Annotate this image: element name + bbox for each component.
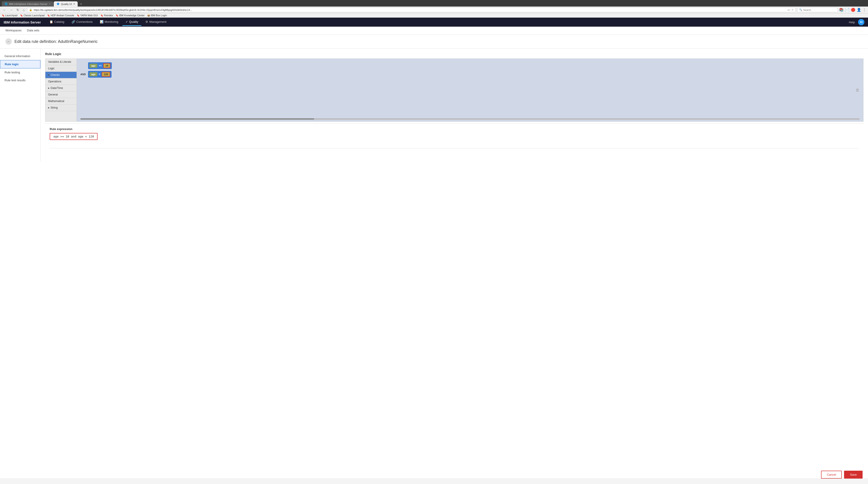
bookmark-yarn[interactable]: 🔖 YARN Web GUI <box>77 14 98 17</box>
monitoring-icon: 📊 <box>100 20 103 24</box>
settings-icon: ⋮ <box>863 8 866 12</box>
bookmark-launchpad[interactable]: 🔖 Launchpad <box>2 14 18 17</box>
page-content: ← Edit data rule definition: AdultInRang… <box>0 35 868 478</box>
sub-nav-workspaces[interactable]: Workspaces <box>5 27 22 34</box>
and-connector-label: AND <box>81 73 86 76</box>
nav-monitoring[interactable]: 📊 Monitoring <box>97 18 122 26</box>
search-bar[interactable]: 🔍 <box>797 7 838 12</box>
profile-icon: 🔴 <box>851 8 855 12</box>
save-button[interactable]: Save <box>844 471 863 478</box>
block2-op: < <box>98 73 101 76</box>
category-operations-label: Operations <box>48 80 61 83</box>
category-logic[interactable]: Logic <box>45 65 76 72</box>
sidebar-item-general[interactable]: General information <box>0 52 40 60</box>
reload-button[interactable]: ↻ <box>16 8 20 12</box>
sidebar-rule-testing-label: Rule testing <box>4 71 20 74</box>
help-link[interactable]: Help <box>849 21 855 24</box>
sub-nav: Workspaces Data sets <box>0 27 868 35</box>
bookmark-reindex-label: Reindex <box>104 14 113 17</box>
connections-label: Connections <box>76 20 93 24</box>
tab2-close[interactable]: ✕ <box>73 3 75 5</box>
tab2-label: Quality UI <box>61 3 72 5</box>
bookmark-hdp[interactable]: 🔖 HDP Ambari Console <box>47 14 74 17</box>
nav-quality[interactable]: ✓ Quality <box>122 18 142 26</box>
canvas-area: age >= 18 AND age < <box>77 59 864 122</box>
category-string[interactable]: ▶ String <box>45 104 76 111</box>
footer-buttons: Cancel Save <box>821 471 863 478</box>
management-label: Management <box>149 20 166 24</box>
block-row-1: age >= 18 <box>81 62 860 69</box>
search-input[interactable] <box>803 8 836 11</box>
bookmark-launchpad-icon: 🔖 <box>2 14 4 17</box>
new-tab-button[interactable]: + <box>78 2 84 6</box>
nav-connections[interactable]: 🔗 Connections <box>68 18 96 26</box>
bookmark-classic-launchpad[interactable]: 🔖 Classic Launchpad <box>20 14 44 17</box>
url-text: https://iis-ugstack.ibm.demo/ibm/iis/qua… <box>34 8 786 11</box>
rule-block-1[interactable]: age >= 18 <box>88 62 112 69</box>
nav-management[interactable]: ⚙ Management <box>142 18 169 26</box>
canvas-horizontal-scroll[interactable] <box>81 118 860 120</box>
user-avatar[interactable]: AI <box>858 19 864 25</box>
block-row-2: AND age < 120 <box>81 71 860 78</box>
sidebar-rule-logic-label: Rule logic <box>5 63 19 66</box>
library-icon: 📚 <box>839 8 844 12</box>
bookmark-reindex-icon: 🔖 <box>100 14 103 17</box>
back-button[interactable]: ← <box>5 38 12 45</box>
nav-catalog[interactable]: 📋 Catalog <box>46 18 67 26</box>
rule-expression-title: Rule expression <box>50 127 859 131</box>
address-bar[interactable]: 🔒 https://iis-ugstack.ibm.demo/ibm/iis/q… <box>27 7 796 12</box>
sidebar-item-rule-test-results[interactable]: Rule test results <box>0 76 40 84</box>
block-diagram: age >= 18 AND age < <box>81 62 860 78</box>
cancel-button[interactable]: Cancel <box>821 471 842 478</box>
sidebar-item-rule-logic[interactable]: Rule logic <box>0 60 40 68</box>
bookmark-box-login[interactable]: 📦 IBM Box Login <box>147 14 167 17</box>
category-general-label: General <box>48 93 58 96</box>
canvas-scroll-thumb <box>81 118 314 120</box>
left-sidebar: General information Rule logic Rule test… <box>0 49 41 161</box>
category-checks[interactable]: ▶ Checks <box>45 72 76 78</box>
block2-val[interactable]: 120 <box>102 72 110 77</box>
block1-val[interactable]: 18 <box>103 63 111 68</box>
main-layout: General information Rule logic Rule test… <box>0 49 868 161</box>
forward-nav-button[interactable]: → <box>8 8 14 12</box>
back-nav-button[interactable]: ← <box>2 8 7 12</box>
bookmark-yarn-label: YARN Web GUI <box>80 14 98 17</box>
address-menu-icon: ••• <box>787 8 790 11</box>
category-mathematical-label: Mathematical <box>48 100 64 103</box>
rule-expression-box[interactable]: age >= 18 and age < 120 <box>50 133 97 140</box>
bookmark-box-icon: 📦 <box>147 14 150 17</box>
ibm-brand: IBM Information Server <box>4 20 41 24</box>
bookmark-launchpad-label: Launchpad <box>5 14 18 17</box>
bookmark-box-label: IBM Box Login <box>151 14 167 17</box>
category-logic-label: Logic <box>48 67 55 70</box>
monitoring-label: Monitoring <box>104 20 118 24</box>
browser-tabs: 🌐 IBM InfoSphere Information Server ✕ 🔷 … <box>2 1 866 6</box>
user-icon: 👤 <box>857 8 861 12</box>
tab1-close[interactable]: ✕ <box>49 3 51 5</box>
bookmark-reindex[interactable]: 🔖 Reindex <box>100 14 113 17</box>
category-variables[interactable]: Variables & Literals <box>45 59 76 65</box>
rule-block-2[interactable]: age < 120 <box>88 71 112 78</box>
sub-nav-datasets[interactable]: Data sets <box>27 27 39 34</box>
category-general[interactable]: General <box>45 91 76 98</box>
category-datetime[interactable]: ▶ Date/Time <box>45 85 76 91</box>
rule-area: Rule Logic Variables & Literals Logic ▶ … <box>41 49 868 161</box>
bookmark-knowledge-center[interactable]: 🔖 IBM Knowledge Center <box>116 14 145 17</box>
datetime-arrow-icon: ▶ <box>48 87 50 89</box>
browser-tab-2[interactable]: 🔷 Quality UI ✕ <box>54 1 78 6</box>
ssl-lock-icon: 🔒 <box>29 8 32 11</box>
browser-tab-1[interactable]: 🌐 IBM InfoSphere Information Server ✕ <box>2 1 53 6</box>
checks-arrow-icon: ▶ <box>48 74 50 76</box>
block-row-2-connector: AND <box>81 73 87 76</box>
string-arrow-icon: ▶ <box>48 106 50 109</box>
home-button[interactable]: ⌂ <box>22 8 26 12</box>
sidebar-item-rule-testing[interactable]: Rule testing <box>0 68 40 76</box>
trash-icon[interactable]: 🗑 <box>856 88 860 93</box>
catalog-label: Catalog <box>54 20 64 24</box>
block1-var: age <box>89 64 97 68</box>
tab1-favicon: 🌐 <box>4 2 8 5</box>
category-mathematical[interactable]: Mathematical <box>45 98 76 104</box>
bookmark-hdp-label: HDP Ambari Console <box>51 14 74 17</box>
management-icon: ⚙ <box>146 20 148 24</box>
category-operations[interactable]: Operations <box>45 78 76 85</box>
